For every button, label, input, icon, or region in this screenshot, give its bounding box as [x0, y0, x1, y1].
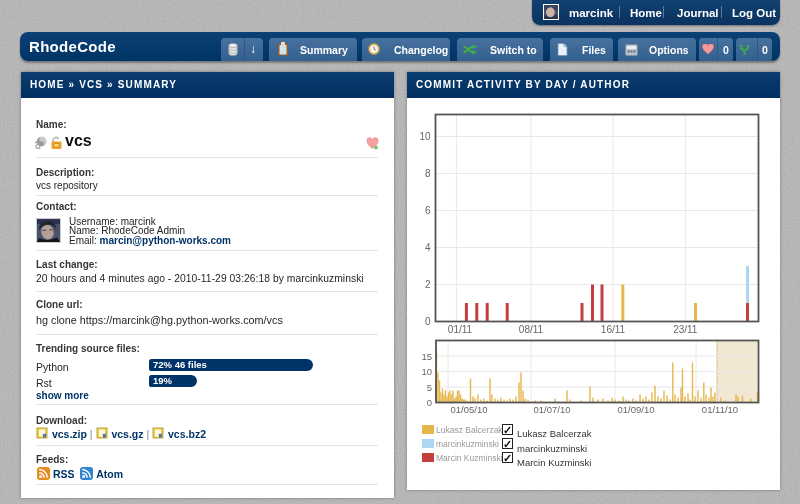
svg-text:5: 5 — [427, 382, 432, 393]
svg-text:10: 10 — [421, 366, 432, 377]
svg-text:4: 4 — [425, 242, 431, 253]
svg-text:6: 6 — [425, 205, 431, 216]
svg-text:0: 0 — [427, 397, 432, 408]
svg-text:01/11/10: 01/11/10 — [702, 404, 738, 415]
svg-text:01/09/10: 01/09/10 — [618, 404, 655, 415]
svg-text:0: 0 — [425, 316, 431, 327]
svg-text:01/05/10: 01/05/10 — [451, 404, 488, 415]
svg-text:2: 2 — [425, 279, 431, 290]
svg-text:08/11: 08/11 — [519, 324, 544, 335]
svg-text:23/11: 23/11 — [673, 324, 698, 335]
svg-text:8: 8 — [425, 168, 431, 179]
svg-text:10: 10 — [419, 131, 431, 142]
svg-text:01/11: 01/11 — [448, 324, 473, 335]
svg-text:01/07/10: 01/07/10 — [534, 404, 571, 415]
svg-text:15: 15 — [421, 351, 432, 362]
svg-text:16/11: 16/11 — [601, 324, 626, 335]
